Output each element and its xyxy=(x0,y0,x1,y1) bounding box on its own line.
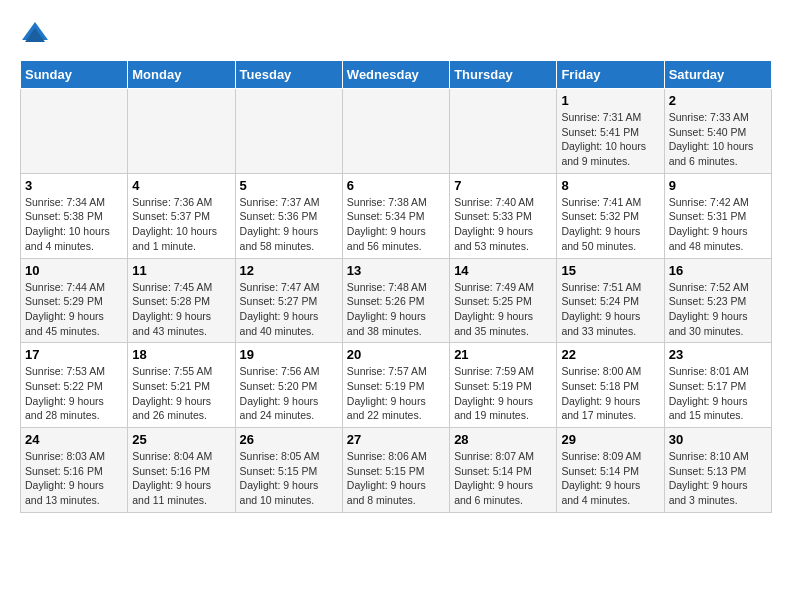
day-number: 28 xyxy=(454,432,552,447)
week-row-5: 24Sunrise: 8:03 AM Sunset: 5:16 PM Dayli… xyxy=(21,428,772,513)
calendar-cell xyxy=(21,89,128,174)
calendar-cell xyxy=(128,89,235,174)
calendar-cell: 9Sunrise: 7:42 AM Sunset: 5:31 PM Daylig… xyxy=(664,173,771,258)
day-info: Sunrise: 8:03 AM Sunset: 5:16 PM Dayligh… xyxy=(25,449,123,508)
calendar-cell: 24Sunrise: 8:03 AM Sunset: 5:16 PM Dayli… xyxy=(21,428,128,513)
calendar-cell: 19Sunrise: 7:56 AM Sunset: 5:20 PM Dayli… xyxy=(235,343,342,428)
calendar-cell: 15Sunrise: 7:51 AM Sunset: 5:24 PM Dayli… xyxy=(557,258,664,343)
day-number: 21 xyxy=(454,347,552,362)
calendar-cell: 4Sunrise: 7:36 AM Sunset: 5:37 PM Daylig… xyxy=(128,173,235,258)
day-number: 30 xyxy=(669,432,767,447)
day-number: 20 xyxy=(347,347,445,362)
day-number: 23 xyxy=(669,347,767,362)
day-info: Sunrise: 7:31 AM Sunset: 5:41 PM Dayligh… xyxy=(561,110,659,169)
day-info: Sunrise: 7:36 AM Sunset: 5:37 PM Dayligh… xyxy=(132,195,230,254)
day-number: 13 xyxy=(347,263,445,278)
day-header-thursday: Thursday xyxy=(450,61,557,89)
day-info: Sunrise: 7:52 AM Sunset: 5:23 PM Dayligh… xyxy=(669,280,767,339)
day-info: Sunrise: 7:34 AM Sunset: 5:38 PM Dayligh… xyxy=(25,195,123,254)
day-number: 3 xyxy=(25,178,123,193)
day-number: 26 xyxy=(240,432,338,447)
calendar-cell: 26Sunrise: 8:05 AM Sunset: 5:15 PM Dayli… xyxy=(235,428,342,513)
week-row-3: 10Sunrise: 7:44 AM Sunset: 5:29 PM Dayli… xyxy=(21,258,772,343)
day-number: 22 xyxy=(561,347,659,362)
day-info: Sunrise: 8:04 AM Sunset: 5:16 PM Dayligh… xyxy=(132,449,230,508)
calendar-cell: 14Sunrise: 7:49 AM Sunset: 5:25 PM Dayli… xyxy=(450,258,557,343)
calendar-cell: 16Sunrise: 7:52 AM Sunset: 5:23 PM Dayli… xyxy=(664,258,771,343)
page-header xyxy=(20,20,772,50)
calendar-cell xyxy=(235,89,342,174)
calendar-cell: 17Sunrise: 7:53 AM Sunset: 5:22 PM Dayli… xyxy=(21,343,128,428)
calendar-cell: 2Sunrise: 7:33 AM Sunset: 5:40 PM Daylig… xyxy=(664,89,771,174)
calendar-cell: 23Sunrise: 8:01 AM Sunset: 5:17 PM Dayli… xyxy=(664,343,771,428)
day-info: Sunrise: 7:51 AM Sunset: 5:24 PM Dayligh… xyxy=(561,280,659,339)
day-info: Sunrise: 7:53 AM Sunset: 5:22 PM Dayligh… xyxy=(25,364,123,423)
day-info: Sunrise: 7:40 AM Sunset: 5:33 PM Dayligh… xyxy=(454,195,552,254)
day-number: 16 xyxy=(669,263,767,278)
day-header-wednesday: Wednesday xyxy=(342,61,449,89)
logo-icon xyxy=(20,20,50,50)
week-row-2: 3Sunrise: 7:34 AM Sunset: 5:38 PM Daylig… xyxy=(21,173,772,258)
calendar-cell: 7Sunrise: 7:40 AM Sunset: 5:33 PM Daylig… xyxy=(450,173,557,258)
day-info: Sunrise: 7:45 AM Sunset: 5:28 PM Dayligh… xyxy=(132,280,230,339)
calendar-cell: 3Sunrise: 7:34 AM Sunset: 5:38 PM Daylig… xyxy=(21,173,128,258)
day-info: Sunrise: 8:05 AM Sunset: 5:15 PM Dayligh… xyxy=(240,449,338,508)
calendar-cell: 29Sunrise: 8:09 AM Sunset: 5:14 PM Dayli… xyxy=(557,428,664,513)
day-info: Sunrise: 8:00 AM Sunset: 5:18 PM Dayligh… xyxy=(561,364,659,423)
day-number: 12 xyxy=(240,263,338,278)
calendar-cell: 11Sunrise: 7:45 AM Sunset: 5:28 PM Dayli… xyxy=(128,258,235,343)
day-info: Sunrise: 7:55 AM Sunset: 5:21 PM Dayligh… xyxy=(132,364,230,423)
day-header-monday: Monday xyxy=(128,61,235,89)
calendar-cell: 22Sunrise: 8:00 AM Sunset: 5:18 PM Dayli… xyxy=(557,343,664,428)
day-number: 8 xyxy=(561,178,659,193)
calendar-table: SundayMondayTuesdayWednesdayThursdayFrid… xyxy=(20,60,772,513)
calendar-cell: 30Sunrise: 8:10 AM Sunset: 5:13 PM Dayli… xyxy=(664,428,771,513)
logo xyxy=(20,20,54,50)
day-header-saturday: Saturday xyxy=(664,61,771,89)
week-row-4: 17Sunrise: 7:53 AM Sunset: 5:22 PM Dayli… xyxy=(21,343,772,428)
day-info: Sunrise: 7:37 AM Sunset: 5:36 PM Dayligh… xyxy=(240,195,338,254)
calendar-cell: 5Sunrise: 7:37 AM Sunset: 5:36 PM Daylig… xyxy=(235,173,342,258)
calendar-cell: 13Sunrise: 7:48 AM Sunset: 5:26 PM Dayli… xyxy=(342,258,449,343)
day-info: Sunrise: 7:33 AM Sunset: 5:40 PM Dayligh… xyxy=(669,110,767,169)
day-info: Sunrise: 8:07 AM Sunset: 5:14 PM Dayligh… xyxy=(454,449,552,508)
day-info: Sunrise: 7:47 AM Sunset: 5:27 PM Dayligh… xyxy=(240,280,338,339)
day-info: Sunrise: 7:59 AM Sunset: 5:19 PM Dayligh… xyxy=(454,364,552,423)
day-header-sunday: Sunday xyxy=(21,61,128,89)
day-header-tuesday: Tuesday xyxy=(235,61,342,89)
day-info: Sunrise: 7:38 AM Sunset: 5:34 PM Dayligh… xyxy=(347,195,445,254)
day-number: 17 xyxy=(25,347,123,362)
calendar-cell: 1Sunrise: 7:31 AM Sunset: 5:41 PM Daylig… xyxy=(557,89,664,174)
day-number: 4 xyxy=(132,178,230,193)
day-number: 9 xyxy=(669,178,767,193)
day-number: 6 xyxy=(347,178,445,193)
day-info: Sunrise: 7:42 AM Sunset: 5:31 PM Dayligh… xyxy=(669,195,767,254)
calendar-cell: 12Sunrise: 7:47 AM Sunset: 5:27 PM Dayli… xyxy=(235,258,342,343)
day-number: 25 xyxy=(132,432,230,447)
calendar-cell: 18Sunrise: 7:55 AM Sunset: 5:21 PM Dayli… xyxy=(128,343,235,428)
day-number: 24 xyxy=(25,432,123,447)
calendar-cell: 6Sunrise: 7:38 AM Sunset: 5:34 PM Daylig… xyxy=(342,173,449,258)
day-info: Sunrise: 7:44 AM Sunset: 5:29 PM Dayligh… xyxy=(25,280,123,339)
day-info: Sunrise: 8:01 AM Sunset: 5:17 PM Dayligh… xyxy=(669,364,767,423)
day-number: 15 xyxy=(561,263,659,278)
day-number: 11 xyxy=(132,263,230,278)
day-info: Sunrise: 7:56 AM Sunset: 5:20 PM Dayligh… xyxy=(240,364,338,423)
week-row-1: 1Sunrise: 7:31 AM Sunset: 5:41 PM Daylig… xyxy=(21,89,772,174)
day-number: 27 xyxy=(347,432,445,447)
day-number: 7 xyxy=(454,178,552,193)
day-info: Sunrise: 8:06 AM Sunset: 5:15 PM Dayligh… xyxy=(347,449,445,508)
day-info: Sunrise: 7:48 AM Sunset: 5:26 PM Dayligh… xyxy=(347,280,445,339)
day-number: 29 xyxy=(561,432,659,447)
calendar-cell: 8Sunrise: 7:41 AM Sunset: 5:32 PM Daylig… xyxy=(557,173,664,258)
calendar-cell xyxy=(342,89,449,174)
day-number: 2 xyxy=(669,93,767,108)
days-header-row: SundayMondayTuesdayWednesdayThursdayFrid… xyxy=(21,61,772,89)
calendar-cell: 27Sunrise: 8:06 AM Sunset: 5:15 PM Dayli… xyxy=(342,428,449,513)
day-info: Sunrise: 8:09 AM Sunset: 5:14 PM Dayligh… xyxy=(561,449,659,508)
calendar-cell: 20Sunrise: 7:57 AM Sunset: 5:19 PM Dayli… xyxy=(342,343,449,428)
calendar-cell: 10Sunrise: 7:44 AM Sunset: 5:29 PM Dayli… xyxy=(21,258,128,343)
day-number: 19 xyxy=(240,347,338,362)
day-header-friday: Friday xyxy=(557,61,664,89)
day-info: Sunrise: 7:49 AM Sunset: 5:25 PM Dayligh… xyxy=(454,280,552,339)
